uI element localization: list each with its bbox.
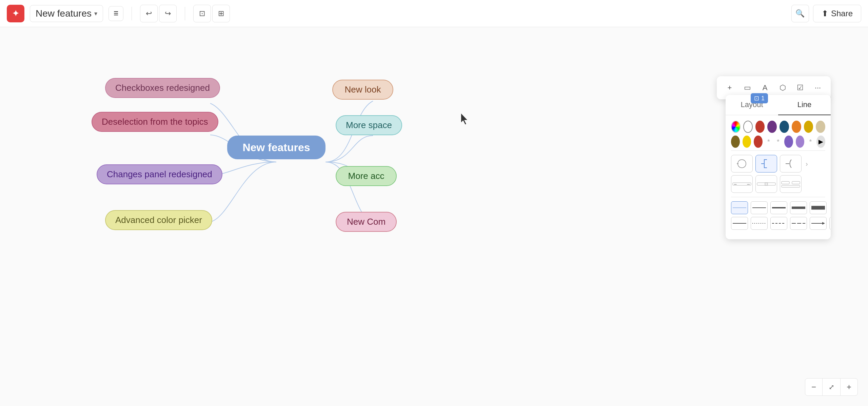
more-space-label: More space [346,120,392,130]
cursor [461,114,469,124]
header: ✦ New features ▾ ☰ ↩ ↪ ⊡ ⊞ 🔍 ⬆ Share [0,0,868,27]
search-icon: 🔍 [795,9,805,18]
violet-swatch[interactable] [784,136,793,148]
solid-line-btn[interactable] [731,217,748,230]
red-swatch[interactable] [755,121,765,133]
search-button[interactable]: 🔍 [791,5,809,22]
changes-label: Changes panel redesigned [107,169,212,180]
color-picker-node[interactable]: Advanced color picker [105,210,212,230]
new-comm-node[interactable]: New Com [336,212,397,232]
nav-group: ↩ ↪ [140,5,177,22]
share-button[interactable]: ⬆ Share [813,5,861,22]
medium-line-btn[interactable] [751,201,768,214]
orange-swatch[interactable] [792,121,801,133]
more-acc-label: More acc [348,171,384,181]
redo-icon: ↪ [165,9,171,18]
tan-swatch[interactable] [816,121,825,133]
svg-rect-5 [747,184,750,185]
panel-tabs: Layout Line [726,95,831,115]
double-line-btn[interactable] [829,217,831,230]
center-connector-btn[interactable] [755,175,777,193]
purple-swatch[interactable] [767,121,777,133]
deselection-label: Deselection from the topics [102,117,208,127]
arrow-btn[interactable] [810,217,827,230]
zoom-in-button[interactable]: + [840,378,858,396]
check-icon: ☑ [797,83,804,92]
canvas[interactable]: New features Checkboxes redesigned Desel… [0,27,868,406]
lavender-swatch[interactable] [796,136,805,148]
checkboxes-node[interactable]: Checkboxes redesigned [105,78,220,98]
add-button[interactable]: + [722,80,737,95]
undo-button[interactable]: ↩ [140,5,158,22]
text-icon: A [763,83,768,92]
panel-content: ▶ [726,115,831,239]
ultra-thick-line-btn[interactable] [810,201,827,214]
embed-button[interactable]: ⊞ [212,5,230,22]
header-right: 🔍 ⬆ Share [791,5,861,22]
split-connector-btn[interactable] [780,175,802,193]
svg-rect-7 [765,183,768,185]
play-button-swatch[interactable]: ▶ [816,136,825,148]
color-row-1 [731,121,825,133]
color-row-2: ▶ [731,136,825,148]
tab-line[interactable]: Line [778,95,831,115]
new-comm-label: New Com [347,217,386,227]
frame-button[interactable]: ⊡ [193,5,211,22]
checkboxes-label: Checkboxes redesigned [115,83,210,93]
minus-icon: − [811,382,816,392]
undo-icon: ↩ [146,9,152,18]
thin-line-btn[interactable] [731,201,748,214]
longdash-line-btn[interactable] [790,217,807,230]
section-divider [731,150,825,151]
line-section: › [731,201,825,230]
changes-node[interactable]: Changes panel redesigned [97,164,222,184]
header-divider [132,7,132,20]
new-look-node[interactable]: New look [332,80,393,100]
redo-button[interactable]: ↪ [159,5,177,22]
zoom-out-button[interactable]: − [805,378,823,396]
logo-button[interactable]: ✦ [7,5,24,22]
frame-icon: ⊡ [199,9,205,18]
dashed-line-btn[interactable] [770,217,787,230]
dot1-swatch[interactable] [765,137,772,146]
bright-yellow-swatch[interactable] [743,136,751,148]
bracket-left-btn[interactable] [755,155,777,172]
more-button[interactable]: ··· [810,80,825,95]
zoom-fit-button[interactable]: ⤢ [823,378,840,396]
menu-button[interactable]: ☰ [108,6,123,21]
outline-swatch[interactable] [743,121,753,133]
shape-row-1: › [731,155,825,172]
shape-chevron-icon: › [806,160,808,168]
svg-rect-10 [782,185,800,187]
thick-line-btn[interactable] [770,201,787,214]
extra-thick-line-btn[interactable] [790,201,807,214]
center-node[interactable]: New features [227,136,326,159]
add-icon: + [728,83,732,92]
left-connector-btn[interactable] [731,175,753,193]
line-section-divider [731,197,825,197]
dot2-swatch[interactable] [775,137,782,146]
red2-swatch[interactable] [754,136,763,148]
gradient-swatch[interactable] [731,121,741,133]
dotted-line-btn[interactable] [751,217,768,230]
style-panel: Layout Line [726,95,831,239]
dot3-swatch[interactable] [807,137,814,146]
logo-icon: ✦ [12,9,19,18]
more-acc-node[interactable]: More acc [336,166,397,186]
plus-icon: + [847,382,851,392]
check-button[interactable]: ☑ [793,80,808,95]
hamburger-icon: ☰ [114,10,118,17]
rect-icon: ▭ [744,83,751,92]
blue-swatch[interactable] [780,121,789,133]
connect-button[interactable]: ⬡ [775,80,790,95]
center-node-label: New features [242,141,310,154]
yellow-swatch[interactable] [804,121,813,133]
more-space-node[interactable]: More space [336,115,402,135]
organic-shape-btn[interactable] [731,155,753,172]
olive-swatch[interactable] [731,136,740,148]
deselection-node[interactable]: Deselection from the topics [92,112,218,132]
title-area[interactable]: New features ▾ [30,5,103,22]
zoom-controls: − ⤢ + [805,378,858,396]
parenthesis-btn[interactable] [780,155,802,172]
svg-rect-8 [782,181,789,184]
